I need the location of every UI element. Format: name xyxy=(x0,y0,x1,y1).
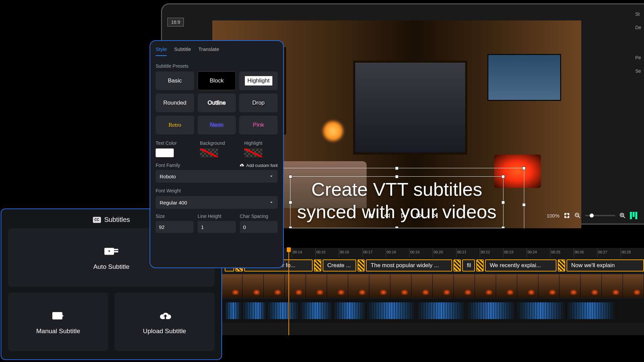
preset-highlight[interactable]: Highlight xyxy=(239,71,278,90)
time-tick[interactable]: 00:27 xyxy=(597,248,621,257)
playhead[interactable] xyxy=(288,248,289,335)
video-thumb[interactable] xyxy=(475,274,496,298)
video-thumb[interactable] xyxy=(412,274,433,298)
video-thumb[interactable] xyxy=(538,274,559,298)
background-color-swatch[interactable] xyxy=(200,148,218,157)
tab-subtitle[interactable]: Subtitle xyxy=(174,44,191,56)
video-thumb[interactable] xyxy=(559,274,581,298)
resize-handle-tr[interactable] xyxy=(501,175,505,178)
video-thumb[interactable] xyxy=(348,274,369,298)
time-ruler[interactable]: 00:1100:1200:1300:1400:1500:1600:1700:18… xyxy=(221,248,644,257)
right-rail-item[interactable]: Se xyxy=(635,68,641,74)
time-tick[interactable]: 00:17 xyxy=(362,248,386,257)
subtitle-clip[interactable]: The most popular widely ... xyxy=(366,259,452,272)
video-thumb[interactable] xyxy=(221,274,243,298)
video-track[interactable] xyxy=(221,274,644,298)
manual-subtitle-button[interactable]: Manual Subtitle xyxy=(8,293,108,351)
video-thumb[interactable] xyxy=(306,274,327,298)
preset-retro[interactable]: Retro xyxy=(156,116,194,134)
subtitle-gap[interactable] xyxy=(358,259,365,272)
video-thumb[interactable] xyxy=(602,274,623,298)
preset-block[interactable]: Block xyxy=(198,71,236,90)
time-tick[interactable]: 00:21 xyxy=(456,248,480,257)
font-family-select[interactable]: Roboto xyxy=(156,170,278,183)
video-thumb[interactable] xyxy=(581,274,602,298)
font-weight-select[interactable]: Regular 400 xyxy=(156,196,278,209)
video-thumb[interactable] xyxy=(390,274,412,298)
resize-handle-br[interactable] xyxy=(501,226,505,228)
time-tick[interactable]: 00:24 xyxy=(527,248,550,257)
preset-pink[interactable]: Pink xyxy=(239,116,278,134)
audio-track[interactable] xyxy=(221,299,644,322)
time-tick[interactable]: 00:15 xyxy=(315,248,339,257)
zoom-in-button[interactable] xyxy=(619,212,626,219)
subtitle-track[interactable]: .unavailable or fo...Create ...The most … xyxy=(221,259,644,272)
video-thumb[interactable] xyxy=(264,274,285,298)
right-rail-item[interactable]: De xyxy=(635,25,641,30)
right-rail-item[interactable]: Pe xyxy=(635,55,641,60)
subtitle-gap[interactable] xyxy=(314,259,321,272)
resize-handle-tr[interactable] xyxy=(522,167,526,170)
time-tick[interactable]: 00:20 xyxy=(433,248,456,257)
video-thumb[interactable] xyxy=(454,274,475,298)
time-tick[interactable]: 00:28 xyxy=(621,248,644,257)
subtitle-clip[interactable]: fil xyxy=(462,259,475,272)
time-tick[interactable]: 00:18 xyxy=(386,248,409,257)
resize-handle-ml[interactable] xyxy=(289,201,292,204)
time-tick[interactable]: 00:22 xyxy=(480,248,503,257)
subtitle-clip[interactable]: We recently explai... xyxy=(485,259,557,272)
video-thumb[interactable] xyxy=(327,274,348,298)
subtitle-gap[interactable] xyxy=(558,259,565,272)
right-rail-item[interactable]: St xyxy=(635,11,640,17)
highlight-color-swatch[interactable] xyxy=(244,148,262,157)
preset-rounded[interactable]: Rounded xyxy=(156,94,194,112)
video-thumb[interactable] xyxy=(623,274,644,298)
time-tick[interactable]: 00:25 xyxy=(550,248,574,257)
size-input[interactable] xyxy=(156,221,194,233)
tab-translate[interactable]: Translate xyxy=(198,44,219,56)
time-tick[interactable]: 00:26 xyxy=(574,248,597,257)
text-color-swatch[interactable] xyxy=(156,148,174,157)
preset-basic[interactable]: Basic xyxy=(156,71,194,90)
tab-style[interactable]: Style xyxy=(156,44,167,56)
subtitle-clip[interactable]: Now we'll explain xyxy=(567,259,644,272)
subtitle-gap[interactable] xyxy=(453,259,461,272)
resize-handle-mr[interactable] xyxy=(522,203,526,206)
zoom-slider[interactable] xyxy=(585,215,615,216)
resize-handle-bl[interactable] xyxy=(289,226,292,228)
time-tick[interactable]: 00:23 xyxy=(503,248,527,257)
forward-button[interactable] xyxy=(416,212,423,219)
video-thumb[interactable] xyxy=(433,274,454,298)
rewind-button[interactable] xyxy=(384,212,390,219)
time-tick[interactable]: 00:14 xyxy=(292,248,315,257)
preset-neon[interactable]: Neon xyxy=(198,116,236,134)
zoom-slider-knob[interactable] xyxy=(590,214,594,218)
add-custom-font-button[interactable]: Add custom font xyxy=(239,163,278,168)
skip-end-button[interactable] xyxy=(432,212,439,219)
video-thumb[interactable] xyxy=(369,274,390,298)
aspect-ratio-badge[interactable]: 16:9 xyxy=(167,18,184,26)
timeline[interactable]: 00:1100:1200:1300:1400:1500:1600:1700:18… xyxy=(221,248,644,335)
resize-handle-bc[interactable] xyxy=(395,226,398,228)
fullscreen-button[interactable] xyxy=(564,212,570,219)
video-thumb[interactable] xyxy=(517,274,538,298)
resize-handle-mr[interactable] xyxy=(501,201,505,204)
resize-handle-tl[interactable] xyxy=(289,175,292,178)
char-spacing-input[interactable] xyxy=(240,221,278,233)
resize-handle-tc[interactable] xyxy=(395,167,398,170)
preset-drop[interactable]: Drop xyxy=(239,94,278,112)
skip-start-button[interactable] xyxy=(368,212,374,219)
video-thumb[interactable] xyxy=(243,274,264,298)
zoom-out-button[interactable] xyxy=(574,212,581,219)
level-meter-icon[interactable] xyxy=(630,212,637,219)
play-button[interactable] xyxy=(400,212,407,219)
video-thumb[interactable] xyxy=(496,274,517,298)
video-thumb[interactable] xyxy=(285,274,306,298)
upload-subtitle-button[interactable]: Upload Subtitle xyxy=(114,293,215,351)
time-tick[interactable]: 00:16 xyxy=(339,248,362,257)
subtitle-clip[interactable]: Create ... xyxy=(323,259,356,272)
subtitle-gap[interactable] xyxy=(476,259,484,272)
line-height-input[interactable] xyxy=(198,221,235,233)
time-tick[interactable]: 00:19 xyxy=(409,248,433,257)
preset-outline[interactable]: Outline xyxy=(198,94,236,112)
